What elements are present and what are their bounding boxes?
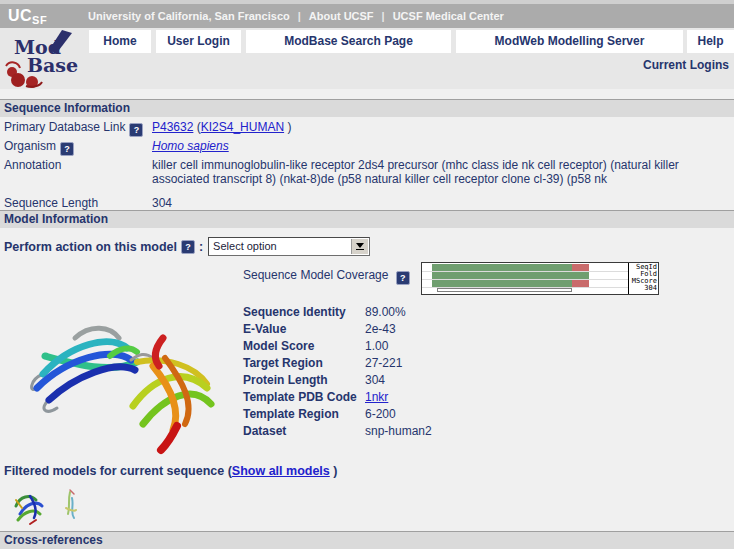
model-detail-row: Template Region6-200 [243, 406, 723, 423]
perform-action-label: Perform action on this model [4, 240, 177, 254]
perform-action-row: Perform action on this model ? : Select … [4, 237, 370, 256]
detail-value: 6-200 [365, 406, 396, 423]
modbase-logo[interactable]: Mod Base [2, 28, 90, 88]
organism-row: Organism? Homo sapiens [4, 139, 229, 156]
modbase-page: UCSF University of California, San Franc… [0, 0, 734, 549]
model-details-table: Sequence Identity89.00%E-Value2e-43Model… [243, 304, 723, 440]
model-detail-row: Datasetsnp-human2 [243, 423, 723, 440]
ucsf-logo-main: UC [8, 7, 32, 24]
help-icon[interactable]: ? [396, 271, 410, 285]
nav-tab-modweb-modelling-server[interactable]: ModWeb Modelling Server [456, 30, 683, 53]
section-sequence-information: Sequence Information [0, 99, 734, 117]
detail-label: Sequence Identity [243, 305, 365, 320]
accession-link[interactable]: P43632 [152, 120, 193, 134]
primary-database-value: P43632 (KI2S4_HUMAN ) [152, 120, 291, 134]
filtered-models-row: Filtered models for current sequence (Sh… [4, 464, 337, 478]
model-detail-row: Model Score1.00 [243, 338, 723, 355]
detail-label: Template Region [243, 407, 365, 422]
detail-label: Target Region [243, 356, 365, 371]
sequence-model-coverage-widget[interactable]: SeqIdFoldMScore304 [421, 262, 659, 295]
help-icon[interactable]: ? [181, 240, 195, 254]
section-cross-references: Cross-references [0, 531, 734, 549]
model-detail-row: Sequence Identity89.00% [243, 304, 723, 321]
annotation-text: killer cell immunoglobulin-like receptor… [152, 158, 730, 186]
ucsf-topbar: UCSF University of California, San Franc… [0, 0, 734, 28]
annotation-row: Annotation killer cell immunoglobulin-li… [4, 158, 730, 186]
coverage-segment-red [572, 264, 589, 271]
organism-link[interactable]: Homo sapiens [152, 139, 229, 153]
coverage-label-row: Sequence Model Coverage ? [243, 268, 410, 285]
logo-text-base: Base [27, 54, 78, 76]
coverage-segment-green [432, 272, 589, 279]
model-detail-row: Template PDB Code1nkr [243, 389, 723, 406]
coverage-row-fold [422, 272, 628, 279]
template-pdb-link[interactable]: 1nkr [365, 389, 388, 406]
action-select-value: Select option [213, 239, 277, 254]
topbar-link[interactable]: UCSF Medical Center [393, 10, 504, 22]
paren: ) [287, 120, 291, 134]
model-detail-row: Protein Length304 [243, 372, 723, 389]
sequence-length-row: Sequence Length 304 [4, 196, 172, 210]
model-thumbnail-2[interactable] [56, 486, 86, 524]
site-header: Mod Base HomeUser LoginModBase Search Pa… [0, 28, 734, 89]
detail-label: Dataset [243, 424, 365, 439]
show-all-models-link[interactable]: Show all models [232, 464, 330, 478]
topbar-links: University of California, San Francisco|… [88, 10, 504, 22]
coverage-ruler [437, 288, 572, 292]
topbar-link[interactable]: About UCSF [309, 10, 374, 22]
topbar-separator: | [382, 10, 385, 22]
primary-database-label: Primary Database Link? [4, 120, 152, 137]
sequence-length-label: Sequence Length [4, 196, 152, 210]
coverage-row-seqid [422, 264, 628, 271]
coverage-segment-green [432, 264, 572, 271]
action-select[interactable]: Select option [208, 237, 370, 256]
coverage-legend: SeqIdFoldMScore304 [628, 263, 658, 294]
coverage-segment-green [432, 280, 572, 287]
topbar-separator: | [298, 10, 301, 22]
field-label: Primary Database Link [4, 120, 125, 134]
filtered-models-text: ) [330, 464, 338, 478]
detail-value: 27-221 [365, 355, 402, 372]
dropdown-arrow-icon[interactable] [351, 239, 368, 254]
separator: : [199, 240, 203, 254]
filtered-models-text: Filtered models for current sequence ( [4, 464, 232, 478]
detail-label: Protein Length [243, 373, 365, 388]
coverage-legend-label: 304 [629, 285, 657, 292]
help-icon[interactable]: ? [129, 123, 143, 137]
coverage-row-mscore [422, 280, 628, 287]
uniprot-name-link[interactable]: KI2S4_HUMAN [201, 120, 284, 134]
organism-label: Organism? [4, 139, 152, 156]
detail-label: E-Value [243, 322, 365, 337]
coverage-label: Sequence Model Coverage [243, 268, 388, 282]
detail-value: 1.00 [365, 338, 388, 355]
ucsf-logo-sub: SF [32, 14, 47, 26]
model-detail-row: Target Region27-221 [243, 355, 723, 372]
detail-label: Model Score [243, 339, 365, 354]
section-model-information: Model Information [0, 210, 734, 228]
sequence-length-value: 304 [152, 196, 172, 210]
protein-model-image[interactable] [15, 296, 235, 464]
detail-value: snp-human2 [365, 423, 432, 440]
topbar-link[interactable]: University of California, San Francisco [88, 10, 290, 22]
nav-tab-modbase-search-page[interactable]: ModBase Search Page [246, 30, 451, 53]
model-thumbnail-1[interactable] [10, 486, 48, 528]
model-detail-row: E-Value2e-43 [243, 321, 723, 338]
coverage-track [422, 263, 628, 294]
primary-database-row: Primary Database Link? P43632 (KI2S4_HUM… [4, 120, 291, 137]
current-logins-link[interactable]: Current Logins [643, 58, 729, 72]
field-label: Organism [4, 139, 56, 153]
help-icon[interactable]: ? [60, 142, 74, 156]
detail-value: 304 [365, 372, 385, 389]
ucsf-logo[interactable]: UCSF [8, 7, 47, 26]
detail-label: Template PDB Code [243, 390, 365, 405]
annotation-label: Annotation [4, 158, 152, 172]
coverage-segment-red [572, 280, 589, 287]
nav-tab-help[interactable]: Help [687, 30, 734, 53]
detail-value: 89.00% [365, 304, 406, 321]
nav-tab-home[interactable]: Home [89, 30, 151, 53]
nav-tab-user-login[interactable]: User Login [156, 30, 241, 53]
detail-value: 2e-43 [365, 321, 396, 338]
